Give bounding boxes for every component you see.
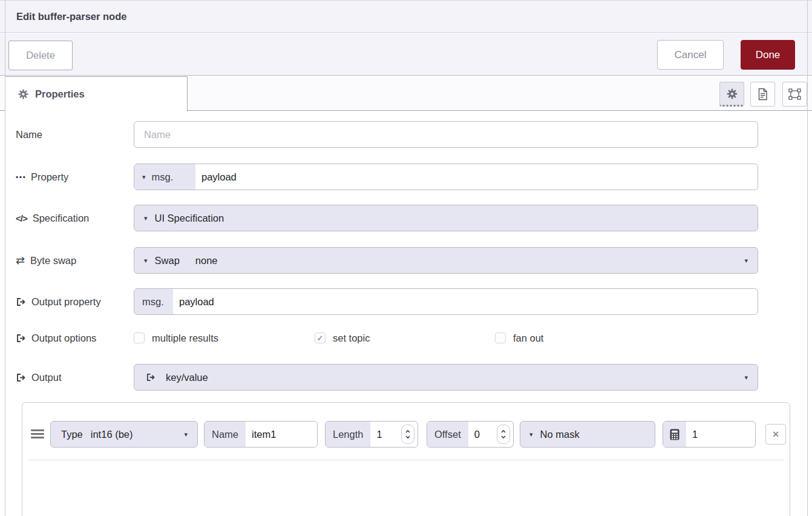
multiple-results-checkbox[interactable]: ✓ (134, 332, 145, 343)
item-offset-label: Offset (427, 422, 468, 447)
specification-label: </> Specification (16, 205, 89, 231)
output-property-input[interactable] (173, 296, 758, 308)
gear-icon (18, 89, 28, 99)
dialog-left-border (5, 1, 5, 516)
close-icon: ✕ (772, 429, 779, 439)
item-name-label: Name (205, 422, 246, 447)
sign-out-icon (16, 333, 26, 343)
chevron-down-icon: ▾ (744, 257, 748, 264)
property-field: ▾ msg. (134, 164, 758, 190)
offset-stepper[interactable] (497, 425, 510, 444)
properties-form: Name Property ▾ msg. </> Specification (5, 111, 812, 516)
chevron-down-icon: ▾ (184, 431, 188, 438)
cancel-button[interactable]: Cancel (657, 40, 724, 70)
item-mask-value: No mask (540, 429, 580, 440)
byte-swap-select[interactable]: ▾ Swap none ▾ (134, 247, 758, 274)
item-row-divider (28, 460, 784, 460)
item-type-select[interactable]: Type int16 (be) ▾ (50, 421, 198, 448)
tab-properties-label: Properties (35, 88, 85, 100)
name-label: Name (16, 121, 42, 148)
name-input[interactable] (134, 129, 758, 141)
editor-tab-bar: Properties (0, 76, 812, 111)
gear-icon (727, 88, 738, 99)
delete-button[interactable]: Delete (8, 41, 73, 70)
item-name-input[interactable] (246, 429, 317, 440)
byte-swap-label: ⇄ Byte swap (16, 247, 76, 274)
output-property-type[interactable]: msg. (134, 289, 173, 314)
ellipsis-icon (16, 176, 25, 179)
item-length-field: Length (325, 421, 418, 448)
appearance-icon (788, 88, 801, 100)
chevron-down-icon: ▾ (529, 431, 533, 438)
done-button[interactable]: Done (741, 40, 795, 70)
item-offset-input[interactable] (468, 429, 488, 440)
description-tab-button[interactable] (750, 82, 775, 107)
calculator-icon (663, 422, 686, 447)
fan-out-option[interactable]: ✓ fan out (495, 325, 543, 351)
properties-tab-button[interactable] (719, 82, 744, 107)
items-list-container: Type int16 (be) ▾ Name Length (22, 402, 790, 516)
output-property-label: Output property (16, 288, 101, 315)
dialog-right-border (807, 1, 808, 516)
property-type-select[interactable]: ▾ msg. (134, 164, 195, 190)
item-scale-input[interactable] (686, 429, 755, 440)
set-topic-option[interactable]: ✓ set topic (315, 325, 370, 351)
item-type-value: int16 (be) (91, 429, 133, 440)
output-value: key/value (166, 372, 208, 383)
property-label: Property (16, 164, 68, 190)
item-offset-field: Offset (427, 421, 514, 448)
dialog-toolbar: Delete Cancel Done (0, 33, 812, 76)
sign-out-icon (16, 297, 26, 307)
name-field (134, 121, 758, 148)
swap-arrows-icon: ⇄ (16, 254, 25, 267)
chevron-down-icon: ▾ (144, 257, 148, 264)
property-input[interactable] (195, 171, 758, 183)
chevron-down-icon: ▾ (144, 215, 148, 222)
item-scale-field (663, 421, 756, 448)
sign-out-icon (16, 372, 26, 383)
code-icon: </> (16, 213, 27, 223)
item-length-input[interactable] (370, 429, 393, 440)
item-length-label: Length (326, 422, 370, 447)
length-stepper[interactable] (401, 425, 414, 444)
edit-node-dialog: Edit buffer-parser node Delete Cancel Do… (0, 0, 812, 516)
output-options-label: Output options (16, 325, 96, 351)
specification-select[interactable]: ▾ UI Specification (134, 205, 758, 231)
chevron-down-icon: ▾ (744, 374, 748, 381)
sign-out-icon (146, 372, 156, 382)
appearance-tab-button[interactable] (782, 82, 807, 107)
drag-handle-icon[interactable] (31, 429, 44, 438)
tab-properties[interactable]: Properties (5, 76, 188, 111)
output-property-field: msg. (134, 288, 758, 315)
fan-out-checkbox[interactable]: ✓ (495, 332, 506, 343)
dialog-title-bar: Edit buffer-parser node (0, 1, 812, 33)
output-select[interactable]: key/value ▾ (134, 364, 758, 391)
byte-swap-value: none (195, 255, 218, 266)
item-name-field: Name (204, 421, 318, 448)
item-mask-select[interactable]: ▾ No mask (520, 421, 655, 448)
remove-item-button[interactable]: ✕ (765, 424, 786, 445)
document-icon (757, 88, 768, 101)
set-topic-checkbox[interactable]: ✓ (315, 332, 326, 343)
multiple-results-option[interactable]: ✓ multiple results (134, 325, 218, 351)
chevron-down-icon: ▾ (142, 174, 146, 180)
item-type-label: Type (61, 429, 83, 440)
output-label: Output (16, 364, 62, 391)
dialog-title: Edit buffer-parser node (16, 11, 126, 22)
